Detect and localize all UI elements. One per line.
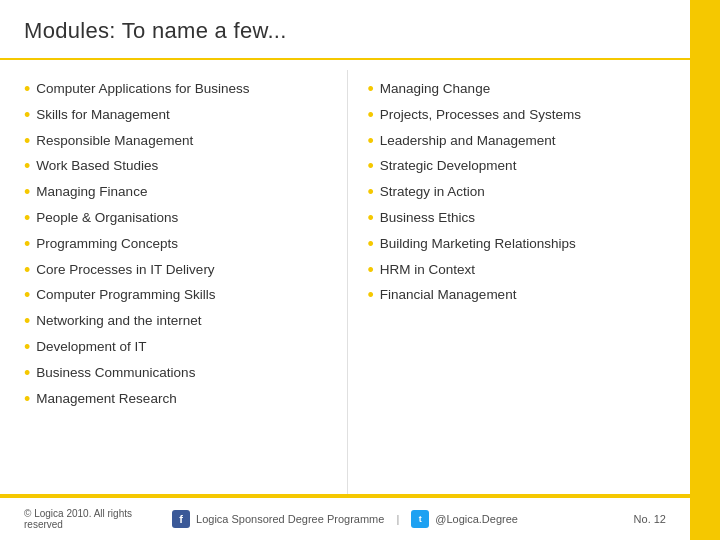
bullet-symbol: • [368, 235, 374, 255]
list-item: •Building Marketing Relationships [368, 235, 681, 255]
bullet-symbol: • [24, 390, 30, 410]
bullet-text: HRM in Context [380, 261, 680, 279]
bullet-symbol: • [368, 261, 374, 281]
bullet-symbol: • [24, 338, 30, 358]
title-divider [0, 58, 690, 60]
list-item: •Programming Concepts [24, 235, 337, 255]
bullet-symbol: • [368, 286, 374, 306]
list-item: •Financial Management [368, 286, 681, 306]
bullet-text: Strategic Development [380, 157, 680, 175]
right-column: •Managing Change•Projects, Processes and… [347, 70, 691, 494]
list-item: •Computer Applications for Business [24, 80, 337, 100]
footer-center-text: Logica Sponsored Degree Programme [196, 513, 384, 525]
bullet-text: Leadership and Management [380, 132, 680, 150]
title-section: Modules: To name a few... [24, 18, 680, 44]
bullet-text: Core Processes in IT Delivery [36, 261, 336, 279]
list-item: •People & Organisations [24, 209, 337, 229]
slide-title: Modules: To name a few... [24, 18, 680, 44]
bullet-symbol: • [24, 157, 30, 177]
footer-center: f Logica Sponsored Degree Programme | t … [172, 510, 518, 528]
list-item: •Managing Change [368, 80, 681, 100]
bullet-text: Programming Concepts [36, 235, 336, 253]
bullet-symbol: • [24, 80, 30, 100]
bullet-text: Business Ethics [380, 209, 680, 227]
twitter-icon: t [411, 510, 429, 528]
bullet-text: Responsible Management [36, 132, 336, 150]
list-item: •Networking and the internet [24, 312, 337, 332]
bullet-text: Networking and the internet [36, 312, 336, 330]
list-item: •HRM in Context [368, 261, 681, 281]
bullet-symbol: • [368, 157, 374, 177]
list-item: •Leadership and Management [368, 132, 681, 152]
bullet-text: Work Based Studies [36, 157, 336, 175]
bullet-symbol: • [24, 312, 30, 332]
bullet-symbol: • [368, 209, 374, 229]
top-bar-decoration [690, 0, 720, 540]
list-item: •Business Communications [24, 364, 337, 384]
list-item: •Business Ethics [368, 209, 681, 229]
bullet-symbol: • [24, 261, 30, 281]
bullet-symbol: • [368, 183, 374, 203]
bullet-text: Computer Programming Skills [36, 286, 336, 304]
bullet-symbol: • [368, 132, 374, 152]
list-item: •Strategy in Action [368, 183, 681, 203]
bullet-text: Management Research [36, 390, 336, 408]
footer-separator: | [396, 513, 399, 525]
bullet-text: Projects, Processes and Systems [380, 106, 680, 124]
list-item: •Responsible Management [24, 132, 337, 152]
bullet-symbol: • [368, 80, 374, 100]
list-item: •Management Research [24, 390, 337, 410]
list-item: •Development of IT [24, 338, 337, 358]
footer-page-number: No. 12 [518, 513, 666, 525]
left-column: •Computer Applications for Business•Skil… [0, 70, 347, 494]
bullet-text: People & Organisations [36, 209, 336, 227]
content-area: •Computer Applications for Business•Skil… [0, 70, 690, 494]
bullet-text: Financial Management [380, 286, 680, 304]
list-item: •Skills for Management [24, 106, 337, 126]
list-item: •Managing Finance [24, 183, 337, 203]
list-item: •Core Processes in IT Delivery [24, 261, 337, 281]
bullet-text: Building Marketing Relationships [380, 235, 680, 253]
footer-social-text: @Logica.Degree [435, 513, 518, 525]
bullet-symbol: • [24, 106, 30, 126]
list-item: •Strategic Development [368, 157, 681, 177]
bullet-symbol: • [368, 106, 374, 126]
footer: © Logica 2010. All rights reserved f Log… [0, 508, 690, 530]
footer-copyright: © Logica 2010. All rights reserved [24, 508, 172, 530]
bottom-bar-decoration [0, 494, 690, 498]
bullet-text: Managing Finance [36, 183, 336, 201]
bullet-text: Development of IT [36, 338, 336, 356]
bullet-symbol: • [24, 364, 30, 384]
bullet-text: Computer Applications for Business [36, 80, 336, 98]
list-item: •Work Based Studies [24, 157, 337, 177]
list-item: •Computer Programming Skills [24, 286, 337, 306]
list-item: •Projects, Processes and Systems [368, 106, 681, 126]
facebook-icon: f [172, 510, 190, 528]
bullet-text: Business Communications [36, 364, 336, 382]
bullet-symbol: • [24, 209, 30, 229]
bullet-symbol: • [24, 132, 30, 152]
bullet-symbol: • [24, 286, 30, 306]
bullet-text: Strategy in Action [380, 183, 680, 201]
bullet-symbol: • [24, 183, 30, 203]
bullet-text: Managing Change [380, 80, 680, 98]
slide: Modules: To name a few... •Computer Appl… [0, 0, 720, 540]
bullet-text: Skills for Management [36, 106, 336, 124]
bullet-symbol: • [24, 235, 30, 255]
